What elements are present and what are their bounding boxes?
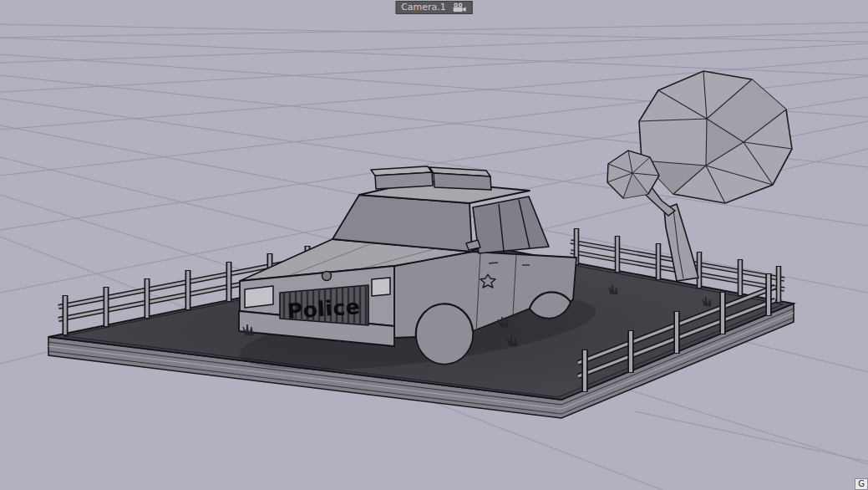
camera-icon [452, 3, 467, 13]
viewport-3d[interactable]: Police Ca [0, 0, 868, 490]
camera-label[interactable]: Camera.1 [395, 1, 473, 14]
light-bar [371, 166, 491, 190]
hood-emblem [322, 272, 332, 281]
headlight-left [245, 286, 273, 308]
scene-canvas[interactable]: Police [0, 0, 868, 490]
headlight-right [372, 278, 390, 296]
police-text: Police [287, 294, 361, 324]
camera-label-text: Camera.1 [401, 2, 446, 13]
corner-key-indicator: G [855, 478, 868, 490]
